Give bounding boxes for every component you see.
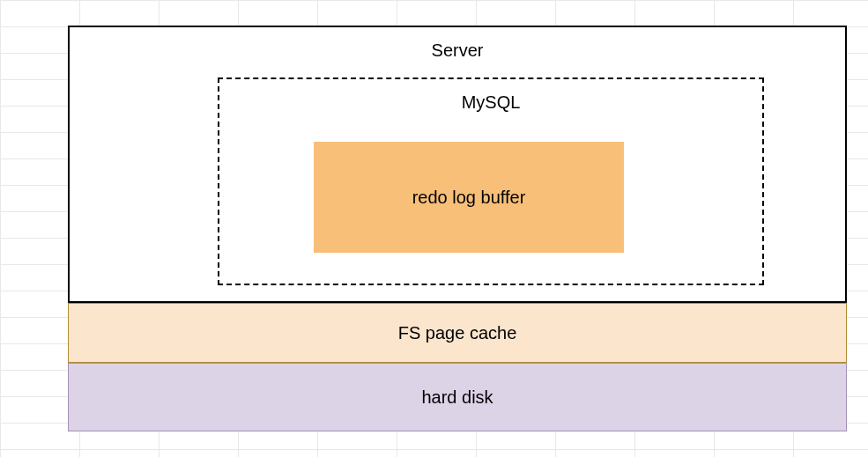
hard-disk-label: hard disk: [421, 387, 493, 408]
server-label: Server: [70, 41, 845, 61]
hard-disk-box: hard disk: [68, 363, 847, 431]
mysql-label: MySQL: [219, 92, 762, 113]
mysql-box: MySQL redo log buffer: [218, 77, 764, 285]
fs-page-cache-box: FS page cache: [68, 303, 847, 363]
diagram-container: Server MySQL redo log buffer FS page cac…: [68, 26, 847, 431]
redo-log-buffer-box: redo log buffer: [314, 142, 624, 253]
redo-log-buffer-label: redo log buffer: [412, 188, 526, 208]
server-box: Server MySQL redo log buffer: [68, 26, 847, 303]
fs-page-cache-label: FS page cache: [398, 323, 517, 343]
